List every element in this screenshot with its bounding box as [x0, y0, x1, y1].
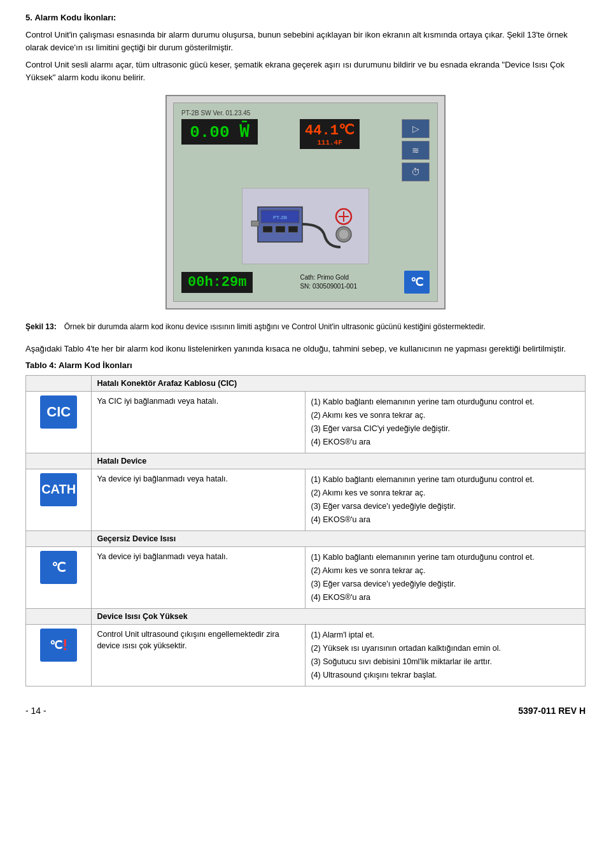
cath-action-3: (3) Eğer varsa device'ı yedeğiyle değişt…	[311, 500, 580, 513]
cath-icon: CATH	[40, 473, 77, 506]
wave-icon: ≋	[412, 145, 419, 155]
cic-icon: CIC	[40, 395, 77, 429]
temp-f-value: 111.4F	[305, 139, 355, 146]
cic-description: Ya CIC iyi bağlanmadı veya hatalı.	[97, 397, 218, 406]
hot-action-cell: (1) Alarm'l iptal et. (2) Yüksek ısı uya…	[306, 624, 586, 686]
doc-number: 5397-011 REV H	[518, 706, 586, 716]
figure-caption: Şekil 13: Örnek bir durumda alarm kod ik…	[25, 321, 586, 332]
temp-action-1: (1) Kablo bağlantı elemanının yerine tam…	[311, 551, 580, 564]
figure-caption-text: Örnek bir durumda alarm kod ikonu device…	[64, 321, 486, 332]
screen-inner: PT-2B SW Ver. 01.23.45 0.00 W̄ 44.1℃ 111…	[173, 103, 438, 302]
hot-desc-cell: Control Unit ultrasound çıkışını engelle…	[92, 624, 306, 686]
cath-desc-cell: Ya device iyi bağlanmadı veya hatalı.	[92, 469, 306, 530]
cic-action-list: (1) Kablo bağlantı elemanının yerine tam…	[311, 395, 580, 448]
temp-action-cell: (1) Kablo bağlantı elemanının yerine tam…	[306, 546, 586, 608]
table-intro-text: Aşağıdaki Tablo 4'te her bir alarm kod i…	[25, 343, 586, 355]
cic-icon-cell: CIC	[26, 391, 92, 453]
temp-desc-cell: Ya device iyi bağlanmadı veya hatalı.	[92, 546, 306, 608]
cath-description: Ya device iyi bağlanmadı veya hatalı.	[97, 474, 227, 483]
hot-action-4: (4) Ultrasound çıkışını tekrar başlat.	[311, 669, 580, 681]
svg-rect-3	[263, 226, 272, 232]
alarm-table: Hatalı Konektör Arafaz Kablosu (CIC) CIC…	[25, 375, 586, 687]
temp-icon-cell: ℃	[26, 546, 92, 608]
table-row-header-cath: Hatalı Device	[26, 453, 586, 469]
hot-header-text: Device Isısı Çok Yüksek	[92, 608, 586, 624]
cath-action-list: (1) Kablo bağlantı elemanının yerine tam…	[311, 473, 580, 526]
table-title: Tablo 4: Alarm Kod İkonları	[25, 360, 586, 370]
sound-icon: ▷	[412, 124, 419, 134]
svg-point-7	[339, 229, 349, 239]
figure-caption-label: Şekil 13:	[25, 321, 57, 332]
device-svg: PT-2B	[245, 191, 366, 261]
temp-description: Ya device iyi bağlanmadı veya hatalı.	[97, 552, 227, 561]
right-btn-3: ⏱	[402, 162, 430, 181]
table-row-header-cic: Hatalı Konektör Arafaz Kablosu (CIC)	[26, 375, 586, 391]
temp-action-2: (2) Akımı kes ve sonra tekrar aç.	[311, 564, 580, 577]
cath-info: Cath: Primo Gold SN: 030509001-001	[300, 273, 357, 291]
cath-action-4: (4) EKOS®'u ara	[311, 513, 580, 526]
temp-icon: ℃	[40, 551, 77, 584]
right-buttons: ▷ ≋ ⏱	[402, 119, 430, 181]
device-screen: PT-2B SW Ver. 01.23.45 0.00 W̄ 44.1℃ 111…	[165, 95, 446, 309]
screen-top-row: 0.00 W̄ 44.1℃ 111.4F ▷ ≋ ⏱	[181, 119, 430, 181]
sn-label: SN:	[300, 283, 311, 290]
table-row-cic: CIC Ya CIC iyi bağlanmadı veya hatalı. (…	[26, 391, 586, 453]
intro-paragraph-2: Control Unit sesli alarmı açar, tüm ultr…	[25, 59, 586, 83]
cath-label: Cath:	[300, 274, 315, 281]
svg-text:PT-2B: PT-2B	[273, 215, 287, 220]
alarm-icon-display: ℃	[404, 271, 430, 294]
cath-header-text: Hatalı Device	[92, 453, 586, 469]
sn-value: 030509001-001	[313, 283, 357, 290]
page-footer: - 14 - 5397-011 REV H	[25, 706, 586, 716]
hot-description: Control Unit ultrasound çıkışını engelle…	[97, 630, 279, 651]
hot-action-3: (3) Soğutucu sıvı debisini 10ml'lik mikt…	[311, 655, 580, 668]
cic-header-icon-cell	[26, 375, 92, 391]
cic-action-4: (4) EKOS®'u ara	[311, 436, 580, 448]
svg-rect-5	[288, 226, 298, 232]
svg-rect-11	[251, 221, 259, 226]
cic-header-text: Hatalı Konektör Arafaz Kablosu (CIC)	[92, 375, 586, 391]
hot-action-list: (1) Alarm'l iptal et. (2) Yüksek ısı uya…	[311, 629, 580, 681]
right-btn-2: ≋	[402, 141, 430, 160]
device-screen-container: PT-2B SW Ver. 01.23.45 0.00 W̄ 44.1℃ 111…	[25, 95, 586, 309]
cic-action-cell: (1) Kablo bağlantı elemanının yerine tam…	[306, 391, 586, 453]
hot-header-icon-cell	[26, 608, 92, 624]
intro-paragraph-1: Control Unit'in çalışması esnasında bir …	[25, 29, 586, 53]
temp-header-icon-cell	[26, 530, 92, 546]
table-row-temp: ℃ Ya device iyi bağlanmadı veya hatalı. …	[26, 546, 586, 608]
cic-desc-cell: Ya CIC iyi bağlanmadı veya hatalı.	[92, 391, 306, 453]
cath-header-icon-cell	[26, 453, 92, 469]
hot-action-2: (2) Yüksek ısı uyarısının ortadan kalktı…	[311, 642, 580, 655]
cath-action-cell: (1) Kablo bağlantı elemanının yerine tam…	[306, 469, 586, 530]
section-number: 5.	[25, 13, 32, 22]
sw-version-label: PT-2B SW Ver. 01.23.45	[181, 110, 430, 117]
clock-icon: ⏱	[411, 167, 420, 177]
table-row-cath: CATH Ya device iyi bağlanmadı veya hatal…	[26, 469, 586, 530]
cath-value: Primo Gold	[317, 274, 349, 281]
right-btn-1: ▷	[402, 119, 430, 138]
temp-header-text: Geçersiz Device Isısı	[92, 530, 586, 546]
watt-display: 0.00 W̄	[181, 119, 258, 145]
temp-action-list: (1) Kablo bağlantı elemanının yerine tam…	[311, 551, 580, 604]
section-title: Alarm Kodu İkonları:	[34, 13, 116, 22]
time-display: 00h:29m	[181, 272, 253, 293]
temp-action-3: (3) Eğer varsa device'ı yedeğiyle değişt…	[311, 578, 580, 590]
hot-icon-cell: ℃!	[26, 624, 92, 686]
hot-action-1: (1) Alarm'l iptal et.	[311, 629, 580, 641]
temp-display: 44.1℃ 111.4F	[300, 119, 360, 149]
device-illustration: PT-2B	[242, 188, 369, 264]
table-row-hot: ℃! Control Unit ultrasound çıkışını enge…	[26, 624, 586, 686]
cath-action-1: (1) Kablo bağlantı elemanının yerine tam…	[311, 473, 580, 486]
cic-action-3: (3) Eğer varsa CIC'yi yedeğiyle değiştir…	[311, 422, 580, 435]
cath-action-2: (2) Akımı kes ve sonra tekrar aç.	[311, 487, 580, 499]
temp-action-4: (4) EKOS®'u ara	[311, 591, 580, 604]
table-row-header-hot: Device Isısı Çok Yüksek	[26, 608, 586, 624]
screen-device-image: PT-2B	[181, 188, 430, 264]
hot-icon: ℃!	[40, 629, 77, 662]
cic-action-1: (1) Kablo bağlantı elemanının yerine tam…	[311, 395, 580, 408]
screen-bottom-row: 00h:29m Cath: Primo Gold SN: 030509001-0…	[181, 271, 430, 294]
page-number: - 14 -	[25, 706, 46, 716]
cath-icon-cell: CATH	[26, 469, 92, 530]
cic-action-2: (2) Akımı kes ve sonra tekrar aç.	[311, 409, 580, 422]
table-row-header-temp: Geçersiz Device Isısı	[26, 530, 586, 546]
